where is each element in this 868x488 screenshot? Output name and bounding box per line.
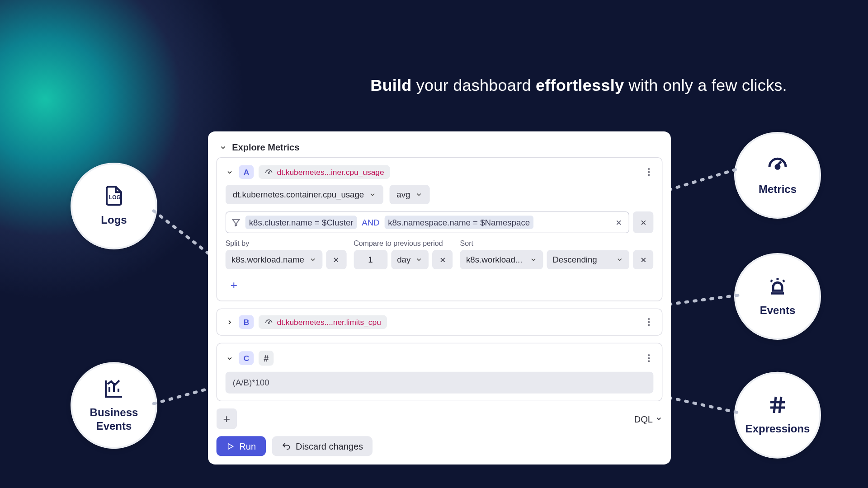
bubble-events-label: Events — [760, 305, 796, 318]
chevron-down-icon[interactable] — [226, 168, 234, 176]
query-badge-c: C — [239, 351, 254, 365]
svg-line-2 — [154, 211, 208, 253]
chevron-down-icon — [219, 143, 227, 152]
run-button[interactable]: Run — [217, 436, 266, 456]
sort-field-select[interactable]: k8s.workload... — [460, 250, 543, 269]
headline-t2: with only a few clicks. — [624, 76, 787, 94]
compare-label: Compare to previous period — [354, 239, 453, 248]
aggregation-select[interactable]: avg — [389, 185, 429, 204]
discard-button[interactable]: Discard changes — [272, 436, 373, 456]
svg-point-7 — [269, 172, 269, 173]
chevron-right-icon[interactable] — [226, 318, 234, 326]
metrics-icon — [767, 155, 788, 178]
bubble-logs: LOG Logs — [71, 163, 157, 249]
sort-label: Sort — [460, 239, 654, 248]
panel-header[interactable]: Explore Metrics — [217, 140, 663, 157]
filter-and: AND — [362, 217, 379, 227]
filter-pill-2[interactable]: k8s.namespace.name = $Namespace — [384, 216, 533, 229]
add-option[interactable]: + — [226, 277, 242, 293]
bubble-metrics-label: Metrics — [759, 183, 797, 197]
remove-split[interactable] — [326, 250, 346, 269]
expression-input[interactable]: (A/B)*100 — [226, 372, 654, 394]
explore-metrics-panel: Explore Metrics A dt.kubernetes...iner.c… — [208, 131, 671, 465]
compare-number[interactable]: 1 — [354, 250, 387, 269]
bubble-expressions: Expressions — [734, 372, 821, 459]
svg-text:LOG: LOG — [109, 195, 121, 201]
bubble-metrics: Metrics — [734, 132, 821, 219]
kebab-menu[interactable] — [644, 167, 653, 177]
panel-title: Explore Metrics — [232, 142, 299, 153]
headline-t1: your dashboard — [412, 76, 536, 94]
metric-chip-a[interactable]: dt.kubernetes...iner.cpu_usage — [259, 165, 390, 179]
metric-chip-a-name: dt.kubernetes...iner.cpu_usage — [277, 168, 384, 177]
split-by-select[interactable]: k8s.workload.name — [226, 250, 322, 269]
add-query-button[interactable]: + — [217, 408, 237, 429]
headline-b1: Build — [370, 76, 411, 94]
gauge-icon — [265, 168, 274, 176]
kebab-menu[interactable] — [644, 353, 653, 363]
business-events-icon — [103, 378, 125, 402]
bubble-events: Events — [734, 253, 821, 340]
events-icon — [767, 276, 788, 300]
svg-line-5 — [669, 295, 738, 304]
bubble-business-label: Business Events — [90, 407, 138, 433]
bubble-business-events: Business Events — [71, 362, 157, 449]
kebab-menu[interactable] — [644, 317, 653, 327]
metric-select[interactable]: dt.kubernetes.container.cpu_usage — [226, 185, 383, 204]
filter-icon — [231, 217, 241, 227]
chevron-down-icon[interactable] — [226, 354, 234, 362]
bubble-expressions-label: Expressions — [745, 423, 810, 436]
compare-unit-select[interactable]: day — [391, 250, 429, 269]
svg-point-1 — [776, 165, 779, 169]
svg-line-6 — [669, 398, 738, 413]
gauge-icon — [265, 318, 274, 326]
query-card-c: C # (A/B)*100 — [217, 343, 663, 401]
filter-pill-1[interactable]: k8s.cluster.name = $Cluster — [245, 216, 357, 229]
query-badge-b: B — [239, 315, 254, 329]
hash-icon: # — [259, 351, 274, 366]
bubble-logs-label: Logs — [101, 214, 127, 227]
remove-filter-row[interactable] — [633, 211, 653, 233]
expressions-icon — [767, 394, 788, 418]
split-by-label: Split by — [226, 239, 346, 248]
sort-dir-select[interactable]: Descending — [547, 250, 629, 269]
metric-chip-b[interactable]: dt.kubernetes....ner.limits_cpu — [259, 315, 387, 329]
query-card-b: B dt.kubernetes....ner.limits_cpu — [217, 309, 663, 336]
dql-toggle[interactable]: DQL — [634, 413, 662, 424]
headline: Build your dashboard effortlessly with o… — [0, 76, 868, 95]
query-badge-a: A — [239, 165, 254, 179]
logs-icon: LOG — [103, 185, 125, 209]
remove-compare[interactable] — [432, 250, 453, 269]
svg-point-8 — [269, 322, 269, 323]
svg-line-4 — [669, 169, 738, 190]
query-card-a: A dt.kubernetes...iner.cpu_usage dt.kube… — [217, 157, 663, 301]
filter-input[interactable]: k8s.cluster.name = $Cluster AND k8s.name… — [226, 211, 629, 233]
headline-b2: effortlessly — [536, 76, 624, 94]
clear-filters[interactable] — [613, 217, 624, 228]
metric-chip-b-name: dt.kubernetes....ner.limits_cpu — [277, 318, 381, 327]
remove-sort[interactable] — [633, 250, 653, 269]
